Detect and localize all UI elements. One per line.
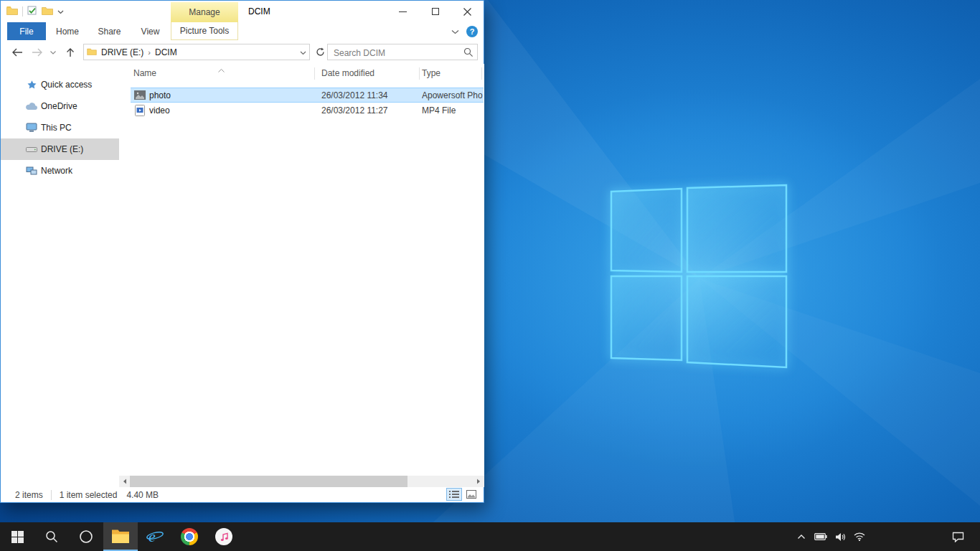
maximize-button[interactable]: [419, 1, 451, 22]
svg-text:e: e: [149, 527, 156, 545]
horizontal-scrollbar[interactable]: [119, 476, 484, 487]
taskbar-search-button[interactable]: [34, 522, 69, 551]
search-input[interactable]: [332, 45, 463, 60]
forward-button[interactable]: [29, 45, 45, 60]
column-divider[interactable]: [314, 67, 315, 80]
search-icon[interactable]: [463, 47, 473, 60]
search-icon: [45, 530, 58, 543]
ribbon-tab-row: File Home Share View Picture Tools ?: [1, 22, 484, 42]
column-divider[interactable]: [419, 67, 420, 80]
tab-view[interactable]: View: [130, 22, 171, 40]
tab-file[interactable]: File: [7, 22, 46, 40]
computer-icon: [25, 123, 38, 133]
quick-access-toolbar: [6, 6, 64, 17]
internet-explorer-icon: e: [146, 527, 164, 546]
video-file-icon: [134, 105, 146, 116]
file-rows: photo 26/03/2012 11:34 Apowersoft Pho vi…: [131, 88, 484, 118]
cortana-button[interactable]: [69, 522, 103, 551]
search-box: [327, 44, 478, 60]
large-icons-view-button[interactable]: [463, 488, 479, 501]
refresh-button[interactable]: [312, 44, 328, 60]
file-list-area[interactable]: Name Date modified Type photo 26/03/2012…: [119, 64, 484, 476]
file-date-modified: 26/03/2012 11:34: [321, 90, 422, 100]
window-controls: [387, 1, 484, 22]
file-row-video[interactable]: video 26/03/2012 11:27 MP4 File: [131, 103, 484, 118]
battery-icon[interactable]: [814, 522, 827, 551]
file-row-photo[interactable]: photo 26/03/2012 11:34 Apowersoft Pho: [131, 88, 484, 103]
sidebar-item-label: Quick access: [41, 80, 92, 90]
sidebar-item-label: Network: [41, 166, 72, 176]
tab-share[interactable]: Share: [89, 22, 130, 40]
system-tray: [795, 522, 866, 551]
sidebar-item-this-pc[interactable]: This PC: [1, 117, 119, 138]
expand-ribbon-chevron-icon[interactable]: [451, 27, 459, 37]
taskbar: e: [0, 522, 980, 551]
file-name: video: [149, 105, 321, 116]
cortana-icon: [79, 529, 93, 544]
details-view-button[interactable]: [446, 488, 462, 501]
address-bar[interactable]: DRIVE (E:) › DCIM: [83, 44, 310, 60]
file-explorer-icon: [111, 529, 130, 544]
sort-ascending-icon: [218, 65, 225, 75]
up-button[interactable]: [62, 45, 78, 60]
window-title: DCIM: [248, 1, 270, 22]
view-toggles: [446, 488, 479, 501]
action-center-button[interactable]: [947, 522, 969, 551]
scroll-left-arrow[interactable]: [119, 476, 131, 487]
sidebar-item-drive-e[interactable]: DRIVE (E:): [1, 138, 119, 160]
sidebar-item-label: OneDrive: [41, 101, 77, 111]
tab-picture-tools[interactable]: Picture Tools: [171, 22, 238, 40]
ribbon-right-controls: ?: [451, 22, 478, 40]
address-bar-row: DRIVE (E:) › DCIM: [1, 41, 484, 65]
file-type: MP4 File: [422, 105, 484, 116]
sidebar-item-onedrive[interactable]: OneDrive: [1, 95, 119, 117]
selection-size: 4.40 MB: [126, 490, 159, 500]
column-header-type[interactable]: Type: [422, 68, 440, 78]
file-type: Apowersoft Pho: [422, 90, 484, 100]
speaker-icon[interactable]: [834, 522, 847, 551]
properties-check-icon[interactable]: [27, 6, 37, 17]
sidebar-item-quick-access[interactable]: Quick access: [1, 74, 119, 95]
desktop[interactable]: Manage DCIM File Home Share View Picture…: [0, 0, 980, 551]
address-dropdown-chevron-icon[interactable]: [300, 47, 306, 57]
sidebar-item-label: DRIVE (E:): [41, 144, 83, 154]
tab-home[interactable]: Home: [46, 22, 89, 40]
itunes-icon: [215, 528, 232, 545]
column-header-date-modified[interactable]: Date modified: [321, 68, 374, 78]
scroll-right-arrow[interactable]: [473, 476, 484, 487]
close-button[interactable]: [451, 1, 484, 22]
contextual-group-manage[interactable]: Manage: [171, 2, 238, 22]
sidebar-item-label: This PC: [41, 123, 72, 133]
help-icon[interactable]: ?: [466, 26, 478, 37]
sidebar-item-network[interactable]: Network: [1, 160, 119, 182]
folder-icon[interactable]: [6, 6, 18, 17]
item-count: 2 items: [15, 490, 43, 500]
address-folder-icon: [87, 47, 97, 57]
new-folder-icon[interactable]: [42, 6, 53, 17]
breadcrumb-folder[interactable]: DCIM: [151, 47, 182, 57]
column-divider[interactable]: [481, 67, 482, 80]
taskbar-internet-explorer-button[interactable]: e: [138, 522, 172, 551]
customize-toolbar-chevron-icon[interactable]: [57, 6, 64, 17]
breadcrumb-drive[interactable]: DRIVE (E:): [97, 47, 148, 57]
taskbar-chrome-button[interactable]: [172, 522, 207, 551]
file-explorer-window: Manage DCIM File Home Share View Picture…: [0, 0, 484, 503]
taskbar-itunes-button[interactable]: [207, 522, 241, 551]
recent-locations-chevron-icon[interactable]: [48, 45, 58, 60]
file-name: photo: [149, 90, 321, 100]
network-icon: [25, 166, 38, 176]
minimize-button[interactable]: [387, 1, 419, 22]
titlebar[interactable]: Manage DCIM: [1, 1, 484, 22]
status-divider: [51, 490, 52, 500]
windows-logo-icon: [11, 531, 24, 543]
back-button[interactable]: [9, 45, 25, 60]
show-hidden-icons-chevron-icon[interactable]: [795, 522, 808, 551]
scrollbar-thumb[interactable]: [130, 476, 407, 487]
toolbar-separator: [22, 6, 23, 17]
photo-thumbnail-icon: [134, 90, 146, 100]
start-button[interactable]: [0, 522, 34, 551]
column-header-name[interactable]: Name: [133, 68, 156, 78]
wifi-icon[interactable]: [853, 522, 866, 551]
taskbar-file-explorer-button[interactable]: [103, 522, 138, 551]
drive-icon: [25, 146, 38, 153]
